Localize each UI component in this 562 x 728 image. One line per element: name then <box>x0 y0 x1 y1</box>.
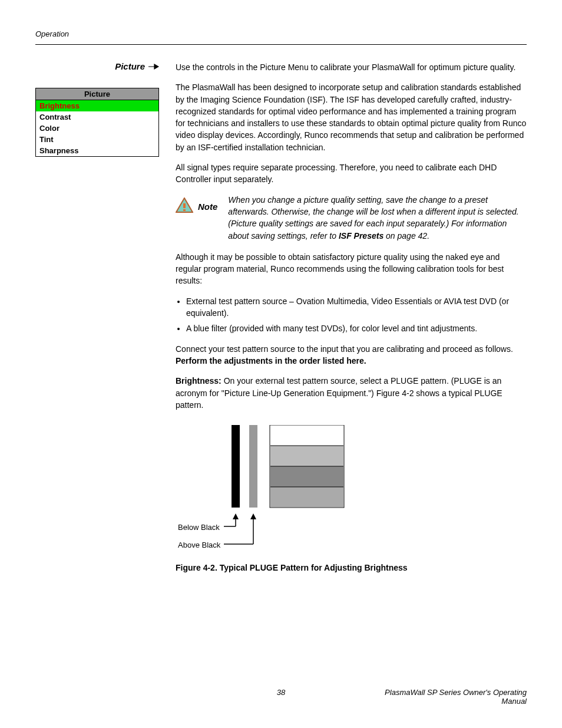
note-icon-wrap: Note <box>176 194 217 217</box>
above-black-label: Above Black <box>178 540 220 551</box>
svg-rect-3 <box>232 425 240 508</box>
connect-bold: Perform the adjustments in the order lis… <box>176 356 366 365</box>
note-text: When you change a picture quality settin… <box>228 194 527 242</box>
page-footer: 38 PlasmaWall SP Series Owner's Operatin… <box>35 688 527 706</box>
menu-item-sharpness[interactable]: Sharpness <box>36 145 158 156</box>
pluge-figure: Below Black Above Black <box>176 425 527 555</box>
below-black-label: Below Black <box>178 522 220 533</box>
svg-rect-1 <box>183 203 186 208</box>
svg-rect-4 <box>249 425 257 508</box>
arrow-right-icon <box>148 61 159 71</box>
paragraph-isf: The PlasmaWall has been designed to inco… <box>176 81 527 153</box>
menu-item-tint[interactable]: Tint <box>36 134 158 145</box>
page-body: Picture Picture Brightness Contrast Colo… <box>35 61 527 574</box>
svg-rect-2 <box>183 209 186 211</box>
section-title-row: Picture <box>35 61 159 71</box>
paragraph-tools-intro: Although it may be possible to obtain sa… <box>176 251 527 287</box>
section-title: Picture <box>115 61 159 71</box>
list-item: External test pattern source – Ovation M… <box>186 295 527 319</box>
tools-list: External test pattern source – Ovation M… <box>176 295 527 335</box>
header-divider <box>35 44 527 45</box>
svg-rect-8 <box>270 466 343 487</box>
svg-marker-13 <box>233 513 239 519</box>
right-column: Use the controls in the Picture Menu to … <box>176 61 527 574</box>
svg-rect-7 <box>270 446 343 466</box>
paragraph-signals: All signal types require separate proces… <box>176 162 527 186</box>
paragraph-intro: Use the controls in the Picture Menu to … <box>176 61 527 73</box>
note-label: Note <box>198 200 217 213</box>
svg-marker-16 <box>250 513 256 519</box>
picture-menu-header: Picture <box>36 88 158 100</box>
picture-menu: Picture Brightness Contrast Color Tint S… <box>35 88 159 157</box>
page-header: Operation <box>35 29 527 38</box>
paragraph-brightness: Brightness: On your external test patter… <box>176 375 527 411</box>
brightness-text: On your external test pattern source, se… <box>176 376 503 410</box>
menu-item-contrast[interactable]: Contrast <box>36 111 158 123</box>
section-title-text: Picture <box>115 61 145 71</box>
menu-item-color[interactable]: Color <box>36 123 158 134</box>
svg-rect-6 <box>270 426 343 446</box>
note-text-part2: on page 42. <box>384 231 429 241</box>
paragraph-connect: Connect your test pattern source to the … <box>176 343 527 367</box>
svg-rect-9 <box>270 487 343 507</box>
connect-text: Connect your test pattern source to the … <box>176 344 513 354</box>
footer-spacer <box>35 688 199 706</box>
note-block: Note When you change a picture quality s… <box>176 194 527 242</box>
left-column: Picture Picture Brightness Contrast Colo… <box>35 61 159 574</box>
manual-title: PlasmaWall SP Series Owner's Operating M… <box>363 688 527 706</box>
list-item: A blue filter (provided with many test D… <box>186 322 527 334</box>
note-bold-ref: ISF Presets <box>339 231 384 241</box>
page-number: 38 <box>199 688 363 706</box>
warning-triangle-icon <box>176 197 193 217</box>
brightness-heading: Brightness: <box>176 376 224 386</box>
menu-item-brightness[interactable]: Brightness <box>36 100 158 111</box>
figure-caption: Figure 4-2. Typical PLUGE Pattern for Ad… <box>176 562 527 574</box>
